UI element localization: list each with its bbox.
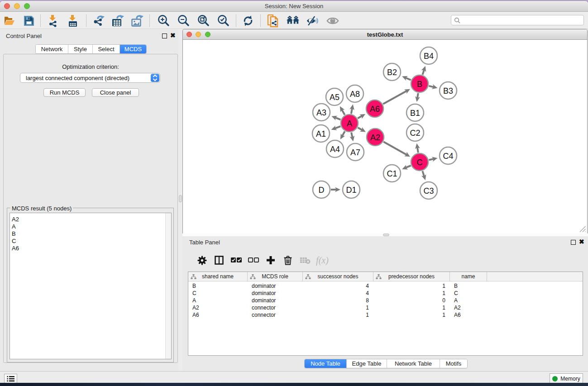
mcds-result-item[interactable]: A [10,223,171,230]
network-from-clipboard-icon[interactable] [267,14,280,28]
cell-successor[interactable]: 1 [303,305,373,311]
criterion-select[interactable]: largest connected component (directed) [20,73,160,83]
vertical-splitter[interactable] [178,29,182,371]
cell-predecessor[interactable]: 1 [373,305,450,311]
graph-edge-C-C1[interactable] [405,166,411,168]
graph-edge-A-A5[interactable] [342,110,345,115]
refresh-icon[interactable] [241,14,255,28]
mcds-result-item[interactable]: A6 [10,245,171,252]
show-all-networks-icon[interactable] [286,14,300,28]
select-all-icon[interactable] [229,253,244,267]
import-table-icon[interactable] [66,14,80,28]
cell-name[interactable]: C [450,290,487,296]
cell-name[interactable]: A6 [450,312,487,318]
graph-edge-B-B4[interactable] [422,69,424,75]
cell-predecessor[interactable]: 1 [373,290,450,296]
tab-mcds[interactable]: MCDS [120,45,146,53]
graph-edge-A2-C[interactable] [383,142,407,155]
resize-grip-icon[interactable] [578,224,586,233]
graph-edge-C-C3[interactable] [422,171,424,177]
hide-selected-icon[interactable] [306,14,320,28]
graph-edge-A-A6[interactable] [358,116,362,119]
tab-node-table[interactable]: Node Table [305,359,347,368]
graph-edge-B-B1[interactable] [417,93,418,99]
export-network-icon[interactable] [92,14,106,28]
table-body[interactable]: Bdominator41BCdominator41CAdominator80AA… [188,282,583,319]
export-table-icon[interactable] [111,14,124,28]
import-network-icon[interactable] [46,14,60,28]
cell-successor[interactable]: 4 [303,283,373,289]
cell-mcds_role[interactable]: connector [248,312,303,318]
table-panel-float-icon[interactable] [571,240,576,245]
cell-shared_name[interactable]: A2 [188,305,248,311]
tab-network-table[interactable]: Network Table [387,359,440,368]
zoom-fit-icon[interactable] [196,14,210,28]
table-row[interactable]: A6connector11A6 [188,311,583,319]
cell-successor[interactable]: 4 [303,290,373,296]
graph-edge-A-A2[interactable] [358,128,363,130]
table-row[interactable]: Cdominator41C [188,290,583,297]
open-session-icon[interactable] [2,14,16,28]
control-panel-close-icon[interactable]: ✖ [170,32,176,39]
deselect-all-icon[interactable] [246,253,261,267]
cell-mcds_role[interactable]: dominator [248,290,303,296]
show-selected-icon[interactable] [326,14,339,28]
table-row[interactable]: Bdominator41B [188,282,583,290]
tab-style[interactable]: Style [68,45,93,53]
table-row[interactable]: Adominator80A [188,297,583,304]
mcds-result-list[interactable]: A2ABCA6 [10,213,172,359]
export-image-icon[interactable] [130,14,144,28]
column-header-MCDS-role[interactable]: MCDS role [248,272,303,281]
graph-edge-A-A7[interactable] [351,133,352,138]
graph-edge-A-A8[interactable] [351,108,352,114]
mcds-list-scrollbar[interactable] [165,213,171,359]
cell-name[interactable]: A [450,297,487,304]
search-input[interactable] [451,15,584,25]
column-header-predecessor-nodes[interactable]: predecessor nodes [373,272,450,281]
delete-icon[interactable] [281,253,295,267]
graph-edge-B-B2[interactable] [405,77,411,80]
zoom-out-icon[interactable] [177,14,190,28]
graph-edge-C-C4[interactable] [429,159,434,160]
column-header-name[interactable]: name [450,272,487,281]
cell-name[interactable]: A2 [450,305,487,311]
cell-successor[interactable]: 8 [303,297,373,304]
cell-shared_name[interactable]: A [188,297,248,304]
cell-shared_name[interactable]: B [188,283,248,289]
graph-edge-C-C2[interactable] [417,147,418,152]
zoom-selected-icon[interactable] [216,14,230,28]
delete-table-icon[interactable] [298,253,312,267]
zoom-in-icon[interactable] [157,14,170,28]
cell-mcds_role[interactable]: connector [248,305,303,311]
column-header-successor-nodes[interactable]: successor nodes [303,272,373,281]
cell-shared_name[interactable]: A6 [188,312,248,318]
mcds-result-item[interactable]: A2 [10,216,171,223]
column-header-shared-name[interactable]: shared name [188,272,248,281]
graph-edge-A6-B[interactable] [383,91,407,104]
network-canvas[interactable]: B4B2BB3A5A8A6A3B1AA1C2A2A4A7C4CC1C3DD1 [183,40,587,234]
save-session-icon[interactable] [22,14,36,28]
table-row[interactable]: A2connector11A2 [188,304,583,311]
control-panel-float-icon[interactable] [162,33,167,38]
cell-mcds_role[interactable]: dominator [248,283,303,289]
tab-edge-table[interactable]: Edge Table [347,359,387,368]
table-panel-close-icon[interactable]: ✖ [579,238,584,245]
add-icon[interactable] [263,253,278,267]
tab-motifs[interactable]: Motifs [440,359,467,368]
vertical-splitter-grip[interactable] [179,195,182,202]
mcds-result-item[interactable]: C [10,238,171,245]
graph-edge-A-A1[interactable] [335,126,340,129]
tab-select[interactable]: Select [93,45,120,53]
graph-edge-A-A4[interactable] [342,131,345,136]
mcds-result-item[interactable]: B [10,230,171,238]
gear-icon[interactable] [195,253,209,267]
memory-button[interactable]: Memory [550,373,583,384]
cell-predecessor[interactable]: 0 [373,297,450,304]
cell-mcds_role[interactable]: dominator [248,297,303,304]
tab-network[interactable]: Network [36,45,68,53]
cell-predecessor[interactable]: 1 [373,283,450,289]
columns-icon[interactable] [212,253,226,267]
graph-edge-A-A3[interactable] [335,117,341,119]
run-mcds-button[interactable]: Run MCDS [43,88,86,97]
close-panel-button[interactable]: Close panel [92,88,139,97]
